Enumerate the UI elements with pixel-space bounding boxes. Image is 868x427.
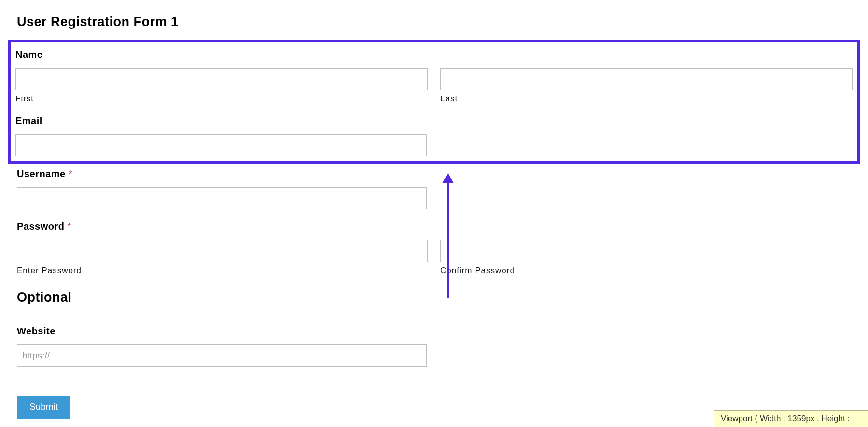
required-star-icon: * — [69, 168, 72, 179]
first-name-sublabel: First — [15, 94, 428, 104]
confirm-password-input[interactable] — [440, 240, 851, 262]
optional-heading: Optional — [17, 290, 851, 305]
enter-password-sublabel: Enter Password — [17, 266, 428, 275]
website-field-group: Website — [17, 326, 851, 367]
submit-button[interactable]: Submit — [17, 396, 70, 419]
password-field-group: Password * Enter Password Confirm Passwo… — [17, 221, 851, 275]
viewport-badge: Viewport ( Width : 1359px , Height : — [714, 410, 868, 427]
enter-password-input[interactable] — [17, 240, 428, 262]
email-input[interactable] — [15, 134, 427, 156]
last-name-sublabel: Last — [440, 94, 853, 104]
confirm-password-sublabel: Confirm Password — [440, 266, 851, 275]
email-field-group: Email — [15, 115, 853, 156]
password-label: Password * — [17, 221, 851, 232]
last-name-input[interactable] — [440, 68, 853, 90]
email-label: Email — [15, 115, 853, 126]
highlight-annotation-box: Name First Last Email — [8, 40, 860, 164]
password-label-text: Password — [17, 221, 64, 232]
username-label-text: Username — [17, 168, 66, 179]
name-label: Name — [15, 49, 853, 60]
username-input[interactable] — [17, 187, 427, 209]
required-star-icon: * — [68, 221, 71, 232]
first-name-input[interactable] — [15, 68, 428, 90]
username-label: Username * — [17, 168, 851, 179]
username-field-group: Username * — [17, 168, 851, 209]
section-divider — [17, 312, 851, 312]
page-title: User Registration Form 1 — [17, 14, 851, 29]
website-label: Website — [17, 326, 851, 337]
website-input[interactable] — [17, 344, 427, 367]
name-field-group: Name First Last — [15, 49, 853, 104]
